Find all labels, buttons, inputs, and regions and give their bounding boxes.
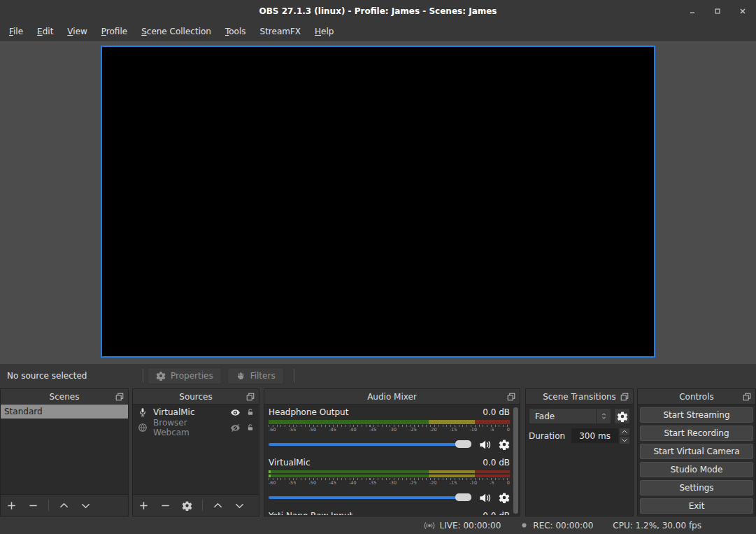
menu-bar: File Edit View Profile Scene Collection … — [0, 22, 756, 41]
audio-mixer-panel: Audio Mixer Headphone Output 0.0 dB -60-… — [264, 388, 520, 517]
maximize-icon[interactable] — [710, 3, 725, 19]
controls-panel-header: Controls — [638, 389, 755, 405]
add-source-icon[interactable] — [138, 500, 149, 511]
obs-main-window: OBS 27.1.3 (linux) - Profile: James - Sc… — [0, 0, 756, 534]
menu-streamfx[interactable]: StreamFX — [253, 24, 308, 39]
menu-scene-collection[interactable]: Scene Collection — [134, 24, 218, 39]
mixer-channel-db: 0.0 dB — [483, 511, 510, 515]
audio-mixer-body: Headphone Output 0.0 dB -60-55-50-45-40-… — [264, 405, 520, 515]
broadcast-icon — [424, 520, 435, 531]
window-controls — [685, 0, 750, 22]
source-properties-gear-icon[interactable] — [182, 500, 192, 511]
close-icon[interactable] — [735, 3, 750, 19]
gear-icon — [156, 371, 166, 381]
exit-button[interactable]: Exit — [640, 498, 753, 514]
volume-meter: -60-55-50-45-40-35-30-25-20-15-10-50 — [269, 470, 510, 486]
mixer-channel-name: Yeti Nano Raw Input — [269, 511, 352, 515]
scenes-panel-header: Scenes — [1, 389, 128, 405]
scenes-panel: Scenes Standard — [0, 388, 129, 517]
minimize-icon[interactable] — [685, 3, 700, 19]
window-titlebar: OBS 27.1.3 (linux) - Profile: James - Sc… — [0, 0, 756, 22]
volume-meter: -60-55-50-45-40-35-30-25-20-15-10-50 — [269, 420, 510, 433]
start-streaming-button[interactable]: Start Streaming — [640, 407, 753, 423]
menu-profile[interactable]: Profile — [94, 24, 134, 39]
meter-scale: -60-55-50-45-40-35-30-25-20-15-10-50 — [269, 481, 510, 486]
controls-body: Start Streaming Start Recording Start Vi… — [638, 405, 755, 519]
controls-panel-title: Controls — [679, 392, 714, 402]
volume-slider-handle[interactable] — [455, 493, 471, 501]
move-scene-down-icon[interactable] — [80, 500, 91, 511]
source-toolbar: No source selected Properties Filters — [0, 364, 756, 387]
popout-icon[interactable] — [506, 392, 516, 402]
move-source-down-icon[interactable] — [234, 500, 245, 511]
duration-value: 300 ms — [571, 431, 618, 441]
transition-settings-button[interactable] — [614, 408, 630, 424]
studio-mode-button[interactable]: Studio Mode — [640, 462, 753, 477]
sources-toolbar — [133, 494, 259, 516]
sources-panel-header: Sources — [133, 389, 259, 405]
scene-preview-canvas[interactable] — [101, 45, 655, 358]
lock-open-icon[interactable] — [246, 423, 255, 432]
duration-spinbox[interactable]: 300 ms — [571, 428, 619, 444]
gear-icon[interactable] — [499, 492, 510, 503]
scene-item-standard[interactable]: Standard — [1, 405, 128, 419]
spin-up-icon[interactable] — [619, 428, 630, 436]
source-label: VirtualMic — [153, 407, 224, 417]
toolbar-divider — [48, 500, 49, 511]
mixer-channel-virtualmic: VirtualMic 0.0 dB -60-55-50-45-40-35-30-… — [269, 458, 510, 505]
visibility-eye-icon[interactable] — [230, 407, 241, 418]
settings-button[interactable]: Settings — [640, 480, 753, 496]
mixer-scrollbar[interactable] — [513, 407, 518, 514]
cpu-fps-status: CPU: 1.2%, 30.00 fps — [613, 521, 701, 531]
visibility-eye-off-icon[interactable] — [230, 423, 241, 433]
controls-panel: Controls Start Streaming Start Recording… — [637, 388, 756, 517]
microphone-icon — [138, 407, 148, 417]
source-item-browser-webcam[interactable]: Browser Webcam — [133, 420, 259, 435]
start-virtual-camera-button[interactable]: Start Virtual Camera — [640, 444, 753, 459]
menu-edit[interactable]: Edit — [30, 24, 60, 39]
menu-help[interactable]: Help — [308, 24, 341, 39]
add-scene-icon[interactable] — [6, 500, 17, 511]
transition-selected-value: Fade — [529, 412, 596, 421]
scenes-panel-title: Scenes — [50, 392, 80, 402]
transition-select[interactable]: Fade — [529, 408, 611, 424]
volume-slider[interactable] — [269, 496, 471, 499]
move-scene-up-icon[interactable] — [59, 500, 69, 511]
sources-list: VirtualMic Browser Webcam — [133, 405, 259, 494]
scenes-toolbar — [1, 494, 128, 516]
sources-panel: Sources VirtualMic Browser Webcam — [132, 388, 259, 517]
gear-icon[interactable] — [499, 439, 510, 450]
rec-time: REC: 00:00:00 — [533, 521, 593, 531]
scene-transitions-body: Fade Duration 300 ms — [526, 405, 633, 447]
toolbar-divider — [294, 369, 294, 383]
popout-icon[interactable] — [245, 392, 255, 402]
meter-scale: -60-55-50-45-40-35-30-25-20-15-10-50 — [269, 428, 510, 433]
speaker-icon[interactable] — [478, 491, 492, 505]
volume-slider[interactable] — [269, 443, 471, 446]
popout-icon[interactable] — [742, 392, 752, 402]
mixer-channel-db: 0.0 dB — [483, 458, 510, 469]
combo-spinner-icon[interactable] — [596, 409, 611, 423]
live-time: LIVE: 00:00:00 — [440, 521, 501, 531]
toolbar-divider — [202, 500, 203, 511]
menu-file[interactable]: File — [2, 24, 30, 39]
move-source-up-icon[interactable] — [213, 500, 223, 511]
window-title: OBS 27.1.3 (linux) - Profile: James - Sc… — [259, 6, 497, 16]
mixer-channel-yeti-nano: Yeti Nano Raw Input 0.0 dB -60-55-50-45-… — [269, 511, 510, 515]
menu-tools[interactable]: Tools — [218, 24, 253, 39]
remove-scene-icon[interactable] — [28, 500, 38, 511]
volume-slider-handle[interactable] — [455, 440, 471, 448]
lock-open-icon[interactable] — [246, 408, 255, 416]
menu-view[interactable]: View — [60, 24, 94, 39]
audio-mixer-title: Audio Mixer — [367, 392, 417, 402]
mixer-channel-name: Headphone Output — [269, 407, 348, 419]
speaker-icon[interactable] — [478, 438, 492, 451]
popout-icon[interactable] — [115, 392, 124, 402]
spin-down-icon[interactable] — [619, 436, 630, 444]
start-recording-button[interactable]: Start Recording — [640, 426, 753, 441]
remove-source-icon[interactable] — [160, 500, 171, 511]
filters-button[interactable]: Filters — [227, 367, 284, 384]
properties-button[interactable]: Properties — [148, 367, 222, 384]
popout-icon[interactable] — [620, 392, 629, 402]
preview-area — [0, 41, 756, 364]
